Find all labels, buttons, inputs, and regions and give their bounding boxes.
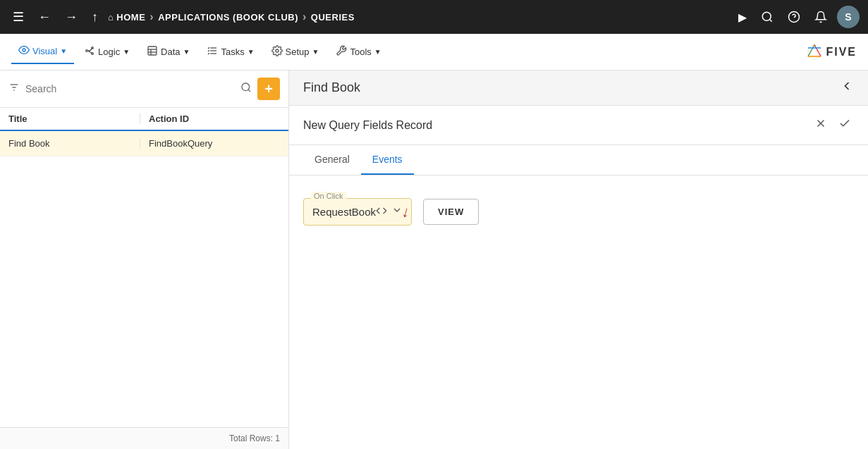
- svg-point-15: [276, 49, 279, 52]
- table-header: Title Action ID: [0, 108, 288, 131]
- svg-point-4: [23, 49, 25, 51]
- tools-icon: [336, 45, 347, 59]
- toolbar-logic-label: Logic: [98, 47, 120, 57]
- search-bar: +: [0, 70, 288, 108]
- close-button[interactable]: [812, 114, 830, 136]
- play-button[interactable]: ▶: [734, 8, 751, 27]
- breadcrumb-queries[interactable]: QUERIES: [311, 12, 355, 23]
- code-icon[interactable]: [376, 205, 387, 219]
- top-nav: ☰ ← → ↑ ⌂ HOME › APPLICATIONS (BOOK CLUB…: [0, 0, 868, 34]
- data-icon: [147, 45, 158, 59]
- add-button[interactable]: +: [257, 78, 280, 100]
- toolbar-tools[interactable]: Tools ▼: [329, 41, 388, 63]
- right-header: Find Book: [289, 70, 868, 106]
- bell-icon[interactable]: [810, 8, 831, 26]
- toolbar-logic[interactable]: Logic ▼: [77, 41, 137, 63]
- nav-actions: ▶ S: [734, 6, 860, 28]
- avatar[interactable]: S: [837, 6, 860, 28]
- record-panel: New Query Fields Record General: [289, 106, 868, 449]
- tab-content-events: On Click RequestBook: [289, 176, 868, 449]
- tabs: General Events: [289, 145, 868, 176]
- up-icon[interactable]: ↑: [87, 7, 102, 27]
- toolbar-setup[interactable]: Setup ▼: [264, 41, 326, 63]
- hamburger-icon[interactable]: ☰: [8, 6, 28, 27]
- data-dropdown-icon: ▼: [183, 48, 190, 56]
- breadcrumb-sep-1: ›: [149, 11, 154, 23]
- event-field-onclick: On Click RequestBook: [303, 198, 412, 226]
- setup-icon: [271, 45, 283, 59]
- home-crumb[interactable]: ⌂ HOME: [108, 12, 145, 23]
- toolbar: Visual ▼ Logic ▼ Data ▼: [0, 34, 868, 70]
- toolbar-tasks-label: Tasks: [221, 47, 244, 57]
- tasks-dropdown-icon: ▼: [247, 48, 255, 56]
- row-action-id: FindBookQuery: [140, 138, 280, 149]
- table-row[interactable]: Find Book FindBookQuery: [0, 131, 288, 156]
- field-icons: ↓: [376, 204, 403, 219]
- five-logo: FIVE: [806, 44, 857, 61]
- home-icon: ⌂: [108, 12, 114, 23]
- help-icon[interactable]: [783, 8, 805, 26]
- visual-dropdown-icon: ▼: [60, 47, 67, 55]
- event-field-label: On Click: [311, 192, 346, 200]
- svg-point-5: [86, 49, 88, 51]
- tools-dropdown-icon: ▼: [374, 48, 381, 56]
- col-header-title: Title: [8, 113, 140, 124]
- breadcrumb-sep-2: ›: [302, 11, 307, 23]
- main-layout: + Title Action ID Find Book FindBookQuer…: [0, 70, 868, 449]
- right-back-icon[interactable]: [840, 79, 854, 97]
- toolbar-tools-label: Tools: [350, 47, 371, 57]
- dropdown-arrow-icon[interactable]: ↓: [391, 204, 403, 219]
- svg-point-24: [242, 83, 250, 91]
- filter-icon[interactable]: [8, 82, 20, 96]
- svg-line-25: [248, 90, 250, 92]
- row-title: Find Book: [8, 138, 140, 149]
- table-footer: Total Rows: 1: [0, 427, 288, 449]
- breadcrumb: ⌂ HOME › APPLICATIONS (BOOK CLUB) › QUER…: [108, 11, 355, 23]
- toolbar-setup-label: Setup: [286, 47, 310, 57]
- right-panel: Find Book New Query Fields Record: [289, 70, 868, 449]
- toolbar-visual-label: Visual: [32, 46, 57, 56]
- toolbar-tasks[interactable]: Tasks ▼: [200, 41, 261, 63]
- tasks-icon: [207, 45, 218, 59]
- right-header-title: Find Book: [303, 80, 840, 95]
- back-icon[interactable]: ←: [34, 7, 55, 27]
- svg-rect-8: [148, 47, 157, 55]
- search-input[interactable]: [25, 83, 235, 94]
- search-global-icon[interactable]: [757, 8, 778, 26]
- tab-general[interactable]: General: [303, 145, 361, 175]
- toolbar-data[interactable]: Data ▼: [140, 41, 197, 63]
- tab-events[interactable]: Events: [361, 145, 414, 175]
- svg-point-0: [762, 12, 771, 20]
- forward-icon[interactable]: →: [61, 7, 82, 27]
- logic-dropdown-icon: ▼: [123, 48, 130, 56]
- toolbar-visual[interactable]: Visual ▼: [11, 40, 74, 64]
- toolbar-data-label: Data: [161, 47, 180, 57]
- left-panel: + Title Action ID Find Book FindBookQuer…: [0, 70, 289, 449]
- visual-icon: [18, 44, 30, 59]
- record-title: New Query Fields Record: [303, 119, 812, 132]
- search-icon[interactable]: [240, 82, 252, 96]
- col-header-action-id: Action ID: [140, 113, 280, 124]
- view-button[interactable]: VIEW: [423, 199, 479, 225]
- table-body: Find Book FindBookQuery: [0, 131, 288, 427]
- logic-icon: [84, 45, 95, 59]
- event-row: On Click RequestBook: [303, 198, 854, 226]
- check-button[interactable]: [836, 114, 854, 136]
- event-field-value: RequestBook: [312, 206, 376, 218]
- record-header: New Query Fields Record: [289, 106, 868, 145]
- breadcrumb-apps[interactable]: APPLICATIONS (BOOK CLUB): [158, 12, 298, 23]
- svg-line-1: [769, 19, 771, 21]
- record-actions: [812, 114, 854, 136]
- setup-dropdown-icon: ▼: [312, 48, 319, 56]
